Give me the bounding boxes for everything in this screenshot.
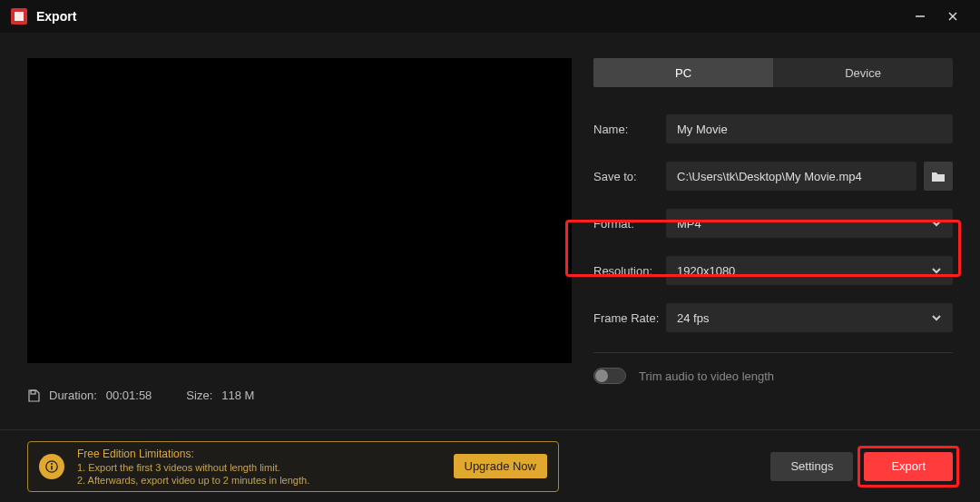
video-preview (27, 58, 572, 363)
limitations-line1: 1. Export the first 3 videos without len… (77, 461, 441, 474)
info-icon (39, 454, 64, 479)
svg-rect-6 (51, 466, 53, 470)
titlebar: Export (0, 0, 980, 33)
browse-folder-button[interactable] (924, 162, 953, 191)
divider (593, 352, 953, 353)
svg-rect-0 (15, 12, 24, 21)
format-select[interactable]: MP4 (666, 209, 953, 238)
app-icon (11, 8, 27, 25)
trim-audio-label: Trim audio to video length (639, 369, 774, 383)
svg-point-7 (51, 463, 53, 465)
saveto-label: Save to: (593, 170, 666, 183)
size-label: Size: (186, 389, 212, 402)
name-label: Name: (593, 123, 666, 136)
resolution-select[interactable]: 1920x1080 (666, 256, 953, 285)
settings-button[interactable]: Settings (770, 452, 853, 481)
chevron-down-icon (931, 218, 942, 229)
video-meta: Duration: 00:01:58 Size: 118 M (27, 389, 572, 402)
format-label: Format: (593, 217, 666, 231)
chevron-down-icon (931, 312, 942, 323)
export-target-tabs: PC Device (593, 58, 953, 87)
limitations-banner: Free Edition Limitations: 1. Export the … (27, 441, 559, 492)
name-input[interactable] (666, 114, 953, 143)
duration-label: Duration: (49, 389, 97, 402)
minimize-button[interactable] (904, 0, 936, 33)
trim-audio-toggle[interactable] (593, 368, 626, 384)
close-button[interactable] (936, 0, 969, 33)
tab-pc[interactable]: PC (593, 58, 773, 87)
resolution-label: Resolution: (593, 264, 666, 278)
resolution-value: 1920x1080 (677, 264, 735, 278)
framerate-select[interactable]: 24 fps (666, 303, 953, 332)
duration-value: 00:01:58 (106, 389, 152, 402)
framerate-value: 24 fps (677, 311, 709, 325)
upgrade-button[interactable]: Upgrade Now (454, 454, 548, 478)
tab-device[interactable]: Device (773, 58, 953, 87)
framerate-label: Frame Rate: (593, 311, 666, 325)
svg-rect-4 (31, 390, 35, 394)
chevron-down-icon (931, 265, 942, 276)
window-title: Export (36, 9, 76, 24)
save-icon (27, 389, 40, 402)
size-value: 118 M (221, 389, 254, 402)
limitations-title: Free Edition Limitations: (77, 447, 441, 461)
saveto-input[interactable] (666, 162, 916, 191)
limitations-line2: 2. Afterwards, export video up to 2 minu… (77, 474, 441, 487)
format-value: MP4 (677, 217, 701, 231)
export-button[interactable]: Export (864, 452, 953, 481)
